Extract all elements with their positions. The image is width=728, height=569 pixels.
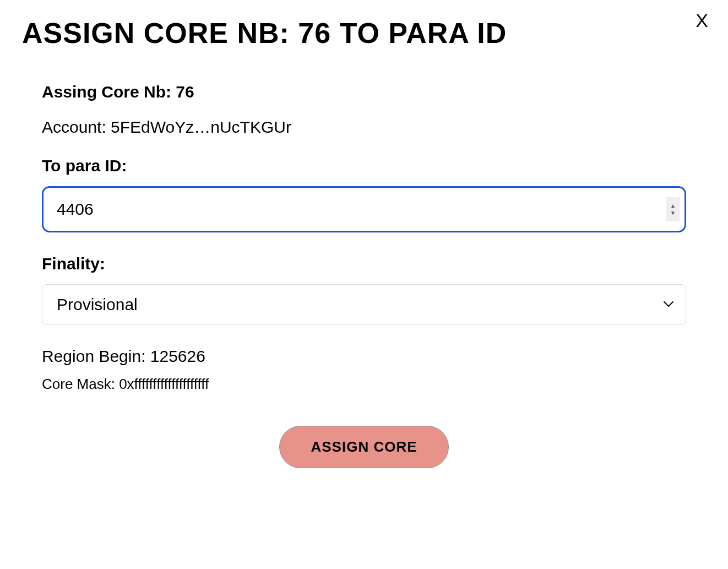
para-id-input[interactable]: [42, 186, 686, 232]
region-begin-line: Region Begin: 125626: [42, 347, 686, 366]
finality-select[interactable]: Provisional: [42, 284, 686, 325]
close-button[interactable]: X: [696, 10, 708, 31]
para-id-input-wrap: ▲ ▼: [42, 186, 686, 232]
number-spinner: ▲ ▼: [666, 197, 680, 221]
spinner-up-icon[interactable]: ▲: [666, 197, 680, 209]
assign-core-button[interactable]: Assign Core: [279, 426, 448, 468]
finality-select-wrap: Provisional: [42, 284, 686, 325]
finality-value: Provisional: [57, 295, 138, 314]
button-row: Assign Core: [42, 426, 686, 468]
core-nb-subtitle: Assing Core Nb: 76: [42, 83, 686, 101]
account-line: Account: 5FEdWoYz…nUcTKGUr: [42, 118, 686, 137]
para-id-label: To para ID:: [42, 156, 686, 175]
finality-label: Finality:: [42, 254, 686, 273]
modal-title: ASSIGN CORE NB: 76 TO PARA ID: [22, 17, 706, 50]
core-mask-line: Core Mask: 0xffffffffffffffffffff: [42, 376, 686, 393]
assign-core-modal: X ASSIGN CORE NB: 76 TO PARA ID Assing C…: [0, 0, 728, 479]
modal-content: Assing Core Nb: 76 Account: 5FEdWoYz…nUc…: [22, 83, 706, 468]
spinner-down-icon[interactable]: ▼: [666, 209, 680, 221]
